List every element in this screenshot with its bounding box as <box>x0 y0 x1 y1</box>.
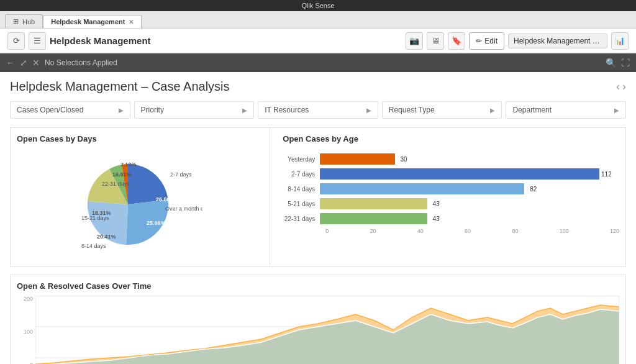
prev-arrow[interactable]: ‹ <box>616 80 620 93</box>
menu-button[interactable]: ☰ <box>29 32 46 50</box>
tab-helpdesk[interactable]: Helpdesk Management ✕ <box>43 15 142 28</box>
bar-row-5-21: 5-21 days 43 <box>283 198 619 209</box>
charts-row: Open Cases by Days <box>10 127 626 267</box>
bar-value-2-7: 112 <box>601 171 612 178</box>
bar-label-22-31: 22-31 days <box>283 216 320 222</box>
expand-sel-icon[interactable]: ⤢ <box>20 58 27 68</box>
bar-track-yesterday: 30 <box>320 153 619 165</box>
bar-label-2-7: 2-7 days <box>283 171 320 178</box>
bar-row-yesterday: Yesterday 30 <box>283 153 619 165</box>
toolbar-title: Helpdesk Management <box>50 35 151 46</box>
bar-value-22-31: 43 <box>433 216 440 222</box>
svg-text:20.41%: 20.41% <box>97 234 116 240</box>
tab-helpdesk-label: Helpdesk Management <box>51 18 125 25</box>
bar-fill-8-14: 82 <box>320 183 524 194</box>
bar-fill-yesterday: 30 <box>320 153 394 165</box>
next-arrow[interactable]: › <box>622 80 626 93</box>
bar-fill-2-7: 112 <box>320 168 599 180</box>
bar-track-22-31: 43 <box>320 213 619 224</box>
pie-svg: 2-7 days Over a month old 8-14 days 15-2… <box>78 152 202 257</box>
filter-dept[interactable]: Department ▶ <box>506 101 626 119</box>
clear-sel-icon[interactable]: ✕ <box>32 58 40 68</box>
filter-it[interactable]: IT Resources ▶ <box>258 101 378 119</box>
sel-right-icons: 🔍 ⛶ <box>606 58 630 68</box>
bar-track-2-7: 112 <box>320 168 619 180</box>
bar-chart-title: Open Cases by Age <box>283 134 619 143</box>
bar-chart: Yesterday 30 2-7 days 112 <box>283 148 619 237</box>
search-icon[interactable]: 🔍 <box>606 58 616 68</box>
monitor-button[interactable]: 🖥 <box>427 32 444 50</box>
filter-cases[interactable]: Cases Open/Closed ▶ <box>10 101 130 119</box>
line-chart-panel: Open & Resolved Cases Over Time 200 100 … <box>10 275 626 364</box>
hub-icon: ⊞ <box>13 17 19 25</box>
toolbar-right: 📷 🖥 🔖 ✏ Edit Helpdesk Management – Case.… <box>406 32 629 50</box>
fullscreen-icon[interactable]: ⛶ <box>621 58 630 68</box>
filter-dept-arrow: ▶ <box>614 107 619 114</box>
bar-row-22-31: 22-31 days 43 <box>283 213 619 224</box>
svg-text:8-14 days: 8-14 days <box>81 243 106 249</box>
tab-hub[interactable]: ⊞ Hub <box>5 14 43 28</box>
toolbar-left: ⟳ ☰ Helpdesk Management <box>7 32 401 50</box>
main-content: Helpdesk Management – Case Analysis ‹ › … <box>0 72 636 364</box>
page-header: Helpdesk Management – Case Analysis ‹ › <box>10 80 626 94</box>
bar-label-yesterday: Yesterday <box>283 156 320 163</box>
bar-value-yesterday: 30 <box>401 156 407 163</box>
bar-row-8-14: 8-14 days 82 <box>283 183 619 194</box>
bar-fill-22-31: 43 <box>320 213 427 224</box>
close-icon[interactable]: ✕ <box>129 19 134 25</box>
y-axis: 200 100 0 <box>17 296 35 364</box>
app-title: Qlik Sense <box>301 2 334 9</box>
selection-bar: ← ⤢ ✕ No Selections Applied 🔍 ⛶ <box>0 53 636 72</box>
back-button[interactable]: ⟳ <box>7 32 25 50</box>
y-0: 0 <box>30 362 33 364</box>
filter-request-label: Request Type <box>389 106 435 114</box>
svg-text:16.91%: 16.91% <box>112 171 132 178</box>
app-name-label: Helpdesk Management – Case... <box>508 34 607 48</box>
filter-priority[interactable]: Priority ▶ <box>134 101 255 119</box>
camera-button[interactable]: 📷 <box>406 32 423 50</box>
bar-label-5-21: 5-21 days <box>283 201 320 207</box>
bar-label-8-14: 8-14 days <box>283 186 320 193</box>
y-100: 100 <box>24 329 33 335</box>
nav-arrows: ‹ › <box>616 80 626 93</box>
filter-priority-arrow: ▶ <box>242 107 247 114</box>
bar-value-8-14: 82 <box>530 186 537 193</box>
tab-bar: ⊞ Hub Helpdesk Management ✕ <box>0 11 636 29</box>
chart-button[interactable]: 📊 <box>611 32 629 50</box>
pencil-icon: ✏ <box>476 37 482 45</box>
line-svg <box>35 296 619 364</box>
filter-priority-label: Priority <box>141 106 164 114</box>
bar-fill-5-21: 43 <box>320 198 427 209</box>
filter-dept-label: Department <box>512 106 552 114</box>
svg-text:22-31 days: 22-31 days <box>102 181 130 187</box>
filter-bar: Cases Open/Closed ▶ Priority ▶ IT Resour… <box>10 101 626 119</box>
bar-chart-panel: Open Cases by Age Yesterday 30 2-7 days … <box>270 127 626 267</box>
filter-request-arrow: ▶ <box>490 107 495 114</box>
page-title: Helpdesk Management – Case Analysis <box>10 80 230 94</box>
pie-chart-panel: Open Cases by Days <box>10 127 270 267</box>
selection-label: No Selections Applied <box>45 58 601 67</box>
svg-text:7.19%: 7.19% <box>120 162 137 168</box>
toolbar: ⟳ ☰ Helpdesk Management 📷 🖥 🔖 ✏ Edit Hel… <box>0 29 636 53</box>
filter-it-label: IT Resources <box>265 106 309 114</box>
title-bar: Qlik Sense <box>0 0 636 11</box>
bar-track-5-21: 43 <box>320 198 619 209</box>
svg-text:Over a month old: Over a month old <box>165 206 202 212</box>
bar-axis-row: 0 20 40 60 80 100 120 <box>283 228 619 234</box>
svg-text:26.86%: 26.86% <box>156 196 175 202</box>
edit-button[interactable]: ✏ Edit <box>469 32 504 50</box>
svg-text:18.31%: 18.31% <box>92 210 111 216</box>
filter-cases-label: Cases Open/Closed <box>17 106 83 114</box>
pie-chart-title: Open Cases by Days <box>17 134 263 143</box>
filter-request[interactable]: Request Type ▶ <box>382 101 502 119</box>
line-chart-svg-container: 10/12/2... 10/26/2... 11/09/2... 11/23/2… <box>35 296 619 364</box>
back-sel-icon[interactable]: ← <box>6 58 15 68</box>
tab-hub-label: Hub <box>22 18 35 25</box>
bookmark-button[interactable]: 🔖 <box>448 32 465 50</box>
bar-axis-labels: 0 20 40 60 80 100 120 <box>325 228 619 234</box>
svg-text:2-7 days: 2-7 days <box>170 171 192 178</box>
line-chart-title: Open & Resolved Cases Over Time <box>17 281 619 291</box>
line-chart-area: 200 100 0 <box>17 296 619 364</box>
y-200: 200 <box>24 296 33 302</box>
pie-container: 2-7 days Over a month old 8-14 days 15-2… <box>17 148 263 260</box>
